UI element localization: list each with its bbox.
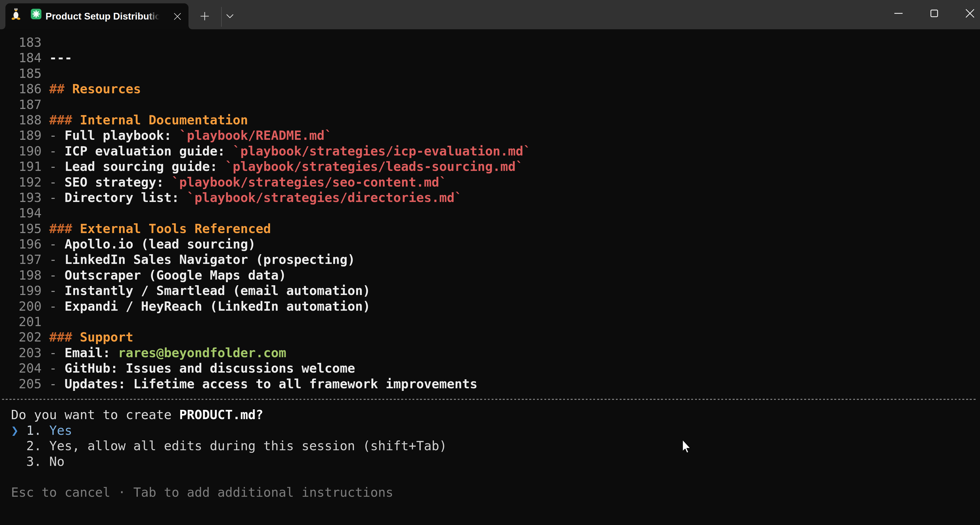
option-3[interactable]: 3. No <box>3 454 977 469</box>
num-segment: 204 <box>3 361 42 376</box>
text-segment <box>42 268 49 283</box>
file-line-199: 199 - Instantly / Smartlead (email autom… <box>3 283 977 298</box>
terminal-rows: 183 184 --- 185 186 ## Resources 187 188… <box>3 35 977 500</box>
tab-title: Product Setup Distribution <box>46 3 162 29</box>
text-segment <box>42 175 49 190</box>
dashed-separator-line <box>2 399 976 400</box>
green-asterisk-emoji <box>31 9 41 19</box>
num-segment: 200 <box>3 299 42 314</box>
hash-segment: ### <box>49 221 72 236</box>
file-line-196: 196 - Apollo.io (lead sourcing) <box>3 236 977 252</box>
text-segment <box>42 35 49 50</box>
white-segment: Apollo.io (lead sourcing) <box>65 237 256 252</box>
file-line-183: 183 <box>3 35 977 50</box>
dim-segment: - <box>49 361 64 376</box>
dim-segment: - <box>49 237 64 252</box>
dim-segment: - <box>49 268 64 283</box>
num-segment: 201 <box>3 314 42 329</box>
terminal-tab[interactable]: Product Setup Distribution <box>5 3 188 29</box>
head-segment: Internal Documentation <box>72 113 248 127</box>
text-segment <box>42 423 49 438</box>
dim-segment: - <box>49 144 64 159</box>
file-line-191: 191 - Lead sourcing guide: `playbook/str… <box>3 159 977 174</box>
num-segment: 193 <box>3 190 42 205</box>
white-segment: SEO strategy: <box>65 175 172 190</box>
num-segment: 192 <box>3 175 42 190</box>
blank-line <box>3 469 977 485</box>
mouse-cursor <box>682 439 691 453</box>
file-line-195: 195 ### External Tools Referenced <box>3 221 977 236</box>
plus-icon <box>200 12 209 21</box>
white-segment: Email: <box>65 345 118 360</box>
num-segment: 188 <box>3 113 42 127</box>
num-segment: 185 <box>3 66 42 81</box>
code-segment: `playbook/strategies/seo-content.md` <box>172 175 447 190</box>
link-segment: rares@beyondfolder.com <box>118 345 286 360</box>
tab-dropdown-button[interactable] <box>222 8 238 24</box>
file-line-205: 205 - Updates: Lifetime access to all fr… <box>3 376 977 392</box>
text-segment <box>42 97 49 112</box>
head-segment: Resources <box>65 81 141 96</box>
num-segment: 202 <box>3 330 42 344</box>
file-line-189: 189 - Full playbook: `playbook/README.md… <box>3 128 977 143</box>
text-segment <box>42 144 49 159</box>
dim-segment: - <box>49 376 64 391</box>
num-segment: 203 <box>3 345 42 360</box>
code-segment: `playbook/README.md` <box>179 128 332 143</box>
text-segment <box>42 50 49 65</box>
text-segment <box>42 252 49 267</box>
file-line-197: 197 - LinkedIn Sales Navigator (prospect… <box>3 252 977 267</box>
terminal-window: { "window": { "tab": { "title": "Product… <box>0 0 980 525</box>
hash-segment: ### <box>49 113 72 127</box>
maximize-icon <box>930 9 939 18</box>
code-segment: `playbook/strategies/directories.md` <box>187 190 462 205</box>
white-segment: Lead sourcing guide: <box>65 159 225 174</box>
white-segment: Instantly / Smartlead (email automation) <box>65 283 370 298</box>
code-segment: `playbook/strategies/leads-sourcing.md` <box>225 159 523 174</box>
terminal-content: 183 184 --- 185 186 ## Resources 187 188… <box>0 29 980 525</box>
text-segment <box>42 66 49 81</box>
close-icon <box>965 9 975 18</box>
num-segment: 191 <box>3 159 42 174</box>
white-segment: Directory list: <box>65 190 187 205</box>
file-line-198: 198 - Outscraper (Google Maps data) <box>3 268 977 283</box>
file-line-201: 201 <box>3 314 977 330</box>
head-segment: Support <box>72 330 134 344</box>
option-2[interactable]: 2. Yes, allow all edits during this sess… <box>3 438 977 454</box>
code-segment: `playbook/strategies/icp-evaluation.md` <box>233 144 531 159</box>
window-close-button[interactable] <box>952 0 980 27</box>
new-tab-button[interactable] <box>196 8 213 24</box>
file-line-192: 192 - SEO strategy: `playbook/strategies… <box>3 174 977 190</box>
file-line-204: 204 - GitHub: Issues and discussions wel… <box>3 360 977 376</box>
maximize-button[interactable] <box>916 0 952 27</box>
hash-segment: ## <box>49 81 64 96</box>
text-segment <box>42 283 49 298</box>
dim-segment: - <box>49 299 64 314</box>
dim-segment: - <box>49 283 64 298</box>
num-segment: 186 <box>3 81 42 96</box>
optlabel-sel-segment: Yes <box>49 423 72 438</box>
prompt-question: Do you want to create PRODUCT.md? <box>3 407 977 422</box>
minimize-button[interactable] <box>881 0 916 27</box>
text-segment <box>42 113 49 127</box>
option-1[interactable]: ❯ 1. Yes <box>3 423 977 438</box>
text-segment <box>42 314 49 329</box>
text-segment <box>42 221 49 236</box>
file-line-190: 190 - ICP evaluation guide: `playbook/st… <box>3 143 977 159</box>
tab-close-button[interactable] <box>172 11 183 22</box>
num-segment: 190 <box>3 144 42 159</box>
num-segment: 189 <box>3 128 42 143</box>
num-segment: 183 <box>3 35 42 50</box>
text-segment <box>42 81 49 96</box>
text-segment <box>42 190 49 205</box>
white-segment: Outscraper (Google Maps data) <box>65 268 286 283</box>
num-segment: 198 <box>3 268 42 283</box>
close-icon <box>173 13 181 20</box>
optline-segment: 2. Yes, allow all edits during this sess… <box>3 438 447 453</box>
hash-segment: ### <box>49 330 72 344</box>
q-file-segment: PRODUCT.md? <box>179 407 263 422</box>
linux-penguin-icon <box>11 7 21 20</box>
dim-segment: - <box>49 175 64 190</box>
white-segment: Full playbook: <box>65 128 179 143</box>
dim-segment: - <box>49 128 64 143</box>
